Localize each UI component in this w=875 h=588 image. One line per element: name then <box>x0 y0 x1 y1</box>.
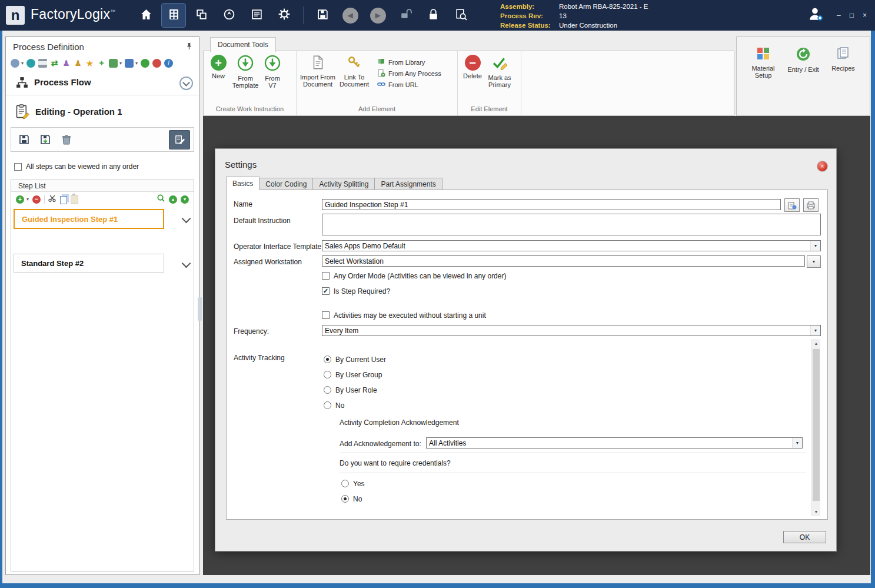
cut-step-button[interactable] <box>48 194 56 205</box>
tab-part-assignments[interactable]: Part Assignments <box>375 178 442 190</box>
tab-color-coding[interactable]: Color Coding <box>259 178 313 190</box>
step-item-selected[interactable]: Guided Inspection Step #1 <box>14 209 164 229</box>
scrollbar-thumb[interactable] <box>813 349 820 501</box>
tracking-by-user-role-radio[interactable]: By User Role <box>324 386 377 394</box>
edit-mode-button[interactable] <box>169 130 190 150</box>
any-order-mode-checkbox[interactable]: Any Order Mode (Activities can be viewed… <box>322 271 506 280</box>
tracking-by-user-group-radio[interactable]: By User Group <box>324 370 382 379</box>
dialog-close-button[interactable]: × <box>817 161 828 172</box>
delete-element-button[interactable]: − Delete <box>461 53 484 80</box>
export-icon[interactable] <box>109 59 118 68</box>
tab-basics[interactable]: Basics <box>226 177 259 190</box>
logout-user-button[interactable] <box>807 6 824 25</box>
import-operation-button[interactable] <box>36 130 55 148</box>
default-instruction-input[interactable] <box>322 214 821 235</box>
name-print-button[interactable] <box>803 198 819 212</box>
radio-unselected-icon[interactable] <box>324 371 331 378</box>
document-audit-button[interactable] <box>449 4 473 27</box>
process-flow-row[interactable]: Process Flow <box>6 72 199 92</box>
tracking-no-radio[interactable]: No <box>324 401 344 410</box>
home-button[interactable] <box>134 4 158 27</box>
delete-operation-button[interactable] <box>57 130 76 148</box>
import-from-document-button[interactable]: Import From Document <box>300 53 336 88</box>
add-step-button[interactable]: + <box>16 195 24 204</box>
checkbox-unchecked-icon[interactable] <box>322 272 330 280</box>
chevron-down-icon[interactable]: ▾ <box>135 61 138 66</box>
user-add-icon[interactable]: ♟ <box>74 59 82 68</box>
tab-document-tools[interactable]: Document Tools <box>210 37 276 52</box>
production-button[interactable] <box>189 4 213 27</box>
save-button[interactable] <box>311 4 334 27</box>
frequency-select[interactable]: Every Item ▾ <box>322 325 821 336</box>
close-button[interactable]: × <box>863 11 867 19</box>
navigator-button[interactable] <box>217 4 241 27</box>
chevron-down-icon[interactable]: ▾ <box>810 325 820 335</box>
chevron-down-icon[interactable]: ▾ <box>792 438 802 448</box>
zoom-step-button[interactable] <box>157 194 165 205</box>
chevron-down-icon[interactable]: ▾ <box>810 241 820 251</box>
link-to-document-button[interactable]: Link To Document <box>336 53 372 88</box>
info-icon[interactable]: i <box>164 59 173 68</box>
checkbox-unchecked-icon[interactable] <box>14 163 22 171</box>
from-any-process-button[interactable]: From Any Process <box>377 69 441 78</box>
radio-unselected-icon[interactable] <box>324 401 331 409</box>
without-unit-checkbox[interactable]: Activities may be executed without start… <box>322 311 486 320</box>
credentials-no-radio[interactable]: No <box>341 494 362 503</box>
name-translate-button[interactable] <box>784 198 800 212</box>
lock-button[interactable] <box>421 4 445 27</box>
scroll-up-button[interactable]: ▲ <box>812 339 820 348</box>
recipes-button[interactable]: Recipes <box>825 44 861 72</box>
back-button[interactable]: ◀ <box>338 4 362 27</box>
settings-button[interactable] <box>272 4 296 27</box>
globe-icon[interactable] <box>11 59 19 68</box>
paste-step-button[interactable] <box>71 195 78 204</box>
ok-button[interactable]: OK <box>783 531 826 543</box>
maximize-button[interactable]: □ <box>850 11 854 19</box>
chevron-down-icon[interactable] <box>182 259 191 268</box>
dialog-scrollbar[interactable]: ▲ ▼ <box>811 339 820 516</box>
from-library-button[interactable]: From Library <box>377 58 441 67</box>
scroll-down-button[interactable]: ▼ <box>812 507 820 516</box>
forward-button[interactable]: ▶ <box>366 4 390 27</box>
process-editor-button[interactable] <box>162 4 185 27</box>
acknowledgement-select[interactable]: All Activities ▾ <box>426 437 803 449</box>
tab-activity-splitting[interactable]: Activity Splitting <box>313 178 375 190</box>
mark-as-primary-button[interactable]: Mark as Primary <box>484 53 515 89</box>
entry-exit-button[interactable]: Entry / Exit <box>785 44 821 73</box>
sync-icon[interactable]: ⇄ <box>50 59 59 68</box>
radio-unselected-icon[interactable] <box>341 480 349 487</box>
checkbox-unchecked-icon[interactable] <box>322 311 330 319</box>
documents-button[interactable] <box>245 4 268 27</box>
unlock-button[interactable] <box>394 4 417 27</box>
start-icon[interactable] <box>141 59 149 68</box>
plugin-icon[interactable]: + <box>97 59 106 68</box>
operator-interface-template-select[interactable]: Sales Apps Demo Default ▾ <box>322 240 821 251</box>
radio-unselected-icon[interactable] <box>324 386 331 394</box>
credentials-yes-radio[interactable]: Yes <box>341 479 365 488</box>
is-step-required-checkbox[interactable]: ✓ Is Step Required? <box>322 287 390 295</box>
chevron-down-icon[interactable] <box>182 214 191 224</box>
assigned-workstation-input[interactable] <box>322 255 805 267</box>
from-template-button[interactable]: From Template <box>230 53 261 89</box>
collapse-section-button[interactable] <box>179 77 193 90</box>
user-remove-icon[interactable]: ♟ <box>62 59 71 68</box>
radio-selected-icon[interactable] <box>341 495 349 503</box>
chevron-down-icon[interactable]: ▾ <box>21 61 24 66</box>
move-step-down-button[interactable]: ▼ <box>181 195 189 204</box>
add-step-menu-button[interactable]: ▾ <box>26 197 29 202</box>
from-v7-button[interactable]: From V7 <box>261 53 284 89</box>
tracking-by-current-user-radio[interactable]: By Current User <box>324 355 386 364</box>
save-operation-button[interactable] <box>15 130 34 148</box>
chevron-down-icon[interactable]: ▾ <box>119 61 122 66</box>
checkbox-checked-icon[interactable]: ✓ <box>322 287 330 295</box>
print-icon[interactable] <box>38 59 47 68</box>
panel-splitter-grip[interactable] <box>198 297 202 321</box>
radio-selected-icon[interactable] <box>324 356 331 363</box>
minimize-button[interactable]: – <box>837 11 841 19</box>
from-url-button[interactable]: From URL <box>377 80 441 89</box>
workstation-dropdown-button[interactable]: ▾ <box>807 255 821 268</box>
step-item[interactable]: Standard Step #2 <box>14 254 164 273</box>
navigate-icon[interactable] <box>26 59 35 68</box>
move-step-up-button[interactable]: ▲ <box>169 195 177 204</box>
remove-step-button[interactable]: − <box>32 195 41 204</box>
